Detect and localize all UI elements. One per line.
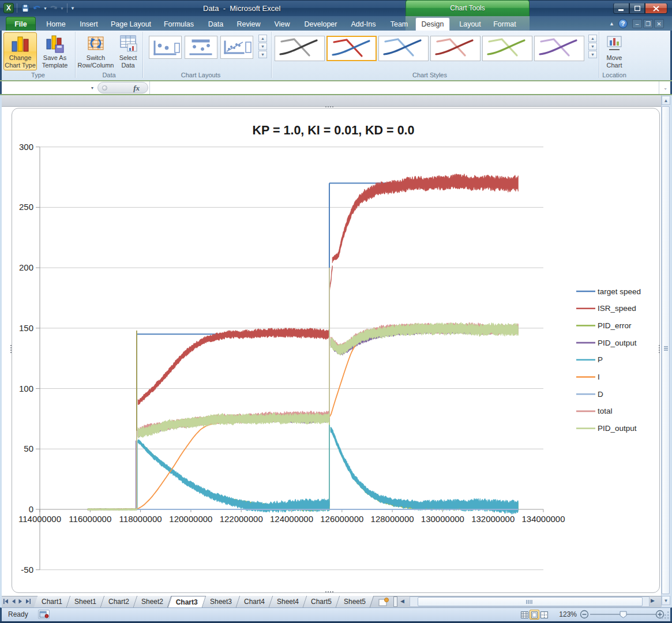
sheet-tab-sheet3[interactable]: Sheet3 <box>202 596 241 607</box>
chart-handle-bottom[interactable] <box>325 591 333 592</box>
chart-style-thumb-1[interactable] <box>275 36 325 61</box>
tab-view[interactable]: View <box>270 17 294 31</box>
tab-developer[interactable]: Developer <box>301 17 340 31</box>
sheet-tab-chart3[interactable]: Chart3 <box>168 596 207 607</box>
chart-object[interactable]: -500501001502002503001140000001160000001… <box>12 108 660 593</box>
sheet-tab-chart4[interactable]: Chart4 <box>236 596 273 607</box>
scroll-down-icon[interactable]: ▼ <box>662 596 670 605</box>
tab-design[interactable]: Design <box>415 17 450 31</box>
first-sheet-icon[interactable] <box>3 598 9 605</box>
chart-style-thumb-3[interactable] <box>378 36 429 61</box>
page-layout-view-icon[interactable] <box>530 610 539 620</box>
minimize-button[interactable] <box>613 3 629 14</box>
sheet-tab-chart2[interactable]: Chart2 <box>101 596 138 607</box>
chart-layout-thumb-3[interactable] <box>220 36 253 59</box>
tab-format[interactable]: Format <box>489 17 520 31</box>
move-chart-button[interactable]: MoveChart <box>601 33 628 69</box>
save-icon[interactable] <box>20 3 31 13</box>
select-data-button[interactable]: SelectData <box>114 33 142 69</box>
expand-formula-bar-icon[interactable]: ⌄ <box>659 81 671 94</box>
switch-row-column-button-icon <box>86 33 106 53</box>
chart-styles-scroll[interactable]: ▲▼▼ <box>588 35 597 58</box>
close-button[interactable] <box>645 3 667 14</box>
styles-down-icon[interactable]: ▼ <box>588 43 597 50</box>
next-sheet-icon[interactable] <box>18 598 23 605</box>
minimize-ribbon-icon[interactable]: ▲ <box>607 19 616 28</box>
legend-label[interactable]: ISR_speed <box>598 304 636 313</box>
legend-label[interactable]: PID_output <box>598 424 637 433</box>
chart-layout-thumb-2[interactable] <box>185 36 217 59</box>
layouts-up-icon[interactable]: ▲ <box>258 35 267 42</box>
sheet-tab-sheet5[interactable]: Sheet5 <box>336 596 374 607</box>
chart-style-thumb-6[interactable] <box>534 36 584 61</box>
styles-up-icon[interactable]: ▲ <box>588 35 597 42</box>
zoom-slider[interactable] <box>580 610 666 620</box>
tab-review[interactable]: Review <box>234 17 263 31</box>
scroll-up-icon[interactable]: ▲ <box>662 96 670 105</box>
sheet-tab-sheet1[interactable]: Sheet1 <box>67 596 105 607</box>
chart-handle-top[interactable] <box>325 106 333 107</box>
layouts-down-icon[interactable]: ▼ <box>258 43 267 50</box>
maximize-button[interactable] <box>629 3 645 14</box>
zoom-level-label[interactable]: 123% <box>554 610 577 618</box>
legend-label[interactable]: PID_error <box>598 321 632 330</box>
tab-formulas[interactable]: Formulas <box>161 17 197 31</box>
tab-layout[interactable]: Layout <box>456 17 485 31</box>
tab-team[interactable]: Team <box>386 17 412 31</box>
chart-style-thumb-5[interactable] <box>482 36 532 61</box>
name-box[interactable] <box>2 81 87 94</box>
legend-label[interactable]: target speed <box>598 287 641 296</box>
tab-add-ins[interactable]: Add-Ins <box>347 17 380 31</box>
sheet-tab-sheet4[interactable]: Sheet4 <box>269 596 307 607</box>
undo-icon[interactable] <box>32 3 42 13</box>
hscroll-right-icon[interactable]: ▶ <box>651 598 655 603</box>
workbook-restore-button[interactable]: ❐ <box>643 19 653 28</box>
legend-label[interactable]: I <box>598 373 600 381</box>
sheet-tab-chart5[interactable]: Chart5 <box>303 596 340 607</box>
legend-label[interactable]: P <box>598 355 603 364</box>
normal-view-icon[interactable] <box>520 610 530 620</box>
chart-style-thumb-2[interactable] <box>326 36 377 61</box>
tab-split-handle[interactable] <box>393 596 397 607</box>
excel-app-icon[interactable]: X <box>3 3 14 13</box>
hscroll-left-icon[interactable]: ◀ <box>400 598 404 604</box>
help-icon[interactable]: ? <box>618 19 628 28</box>
workbook-close-button[interactable]: ✕ <box>654 19 664 28</box>
layouts-more-icon[interactable]: ▼ <box>258 51 267 58</box>
tab-data[interactable]: Data <box>204 17 227 31</box>
sheet-tab-chart1[interactable]: Chart1 <box>34 596 71 607</box>
formula-input[interactable] <box>149 81 658 94</box>
undo-dropdown-icon[interactable]: ▼ <box>43 6 47 10</box>
last-sheet-icon[interactable] <box>25 598 31 605</box>
tab-page-layout[interactable]: Page Layout <box>108 17 153 31</box>
switch-row-column-button[interactable]: SwitchRow/Column <box>78 33 113 69</box>
tab-home[interactable]: Home <box>43 17 69 31</box>
name-box-dropdown-icon[interactable]: ▼ <box>87 81 97 94</box>
chart-style-thumb-4[interactable] <box>430 36 480 61</box>
legend-label[interactable]: D <box>598 390 603 399</box>
tab-insert[interactable]: Insert <box>76 17 102 31</box>
chart-layout-thumb-1[interactable] <box>149 36 182 59</box>
change-chart-type-button[interactable]: ChangeChart Type <box>3 33 37 69</box>
tab-file[interactable]: File <box>6 17 36 31</box>
insert-function-icon[interactable]: fx <box>133 84 140 93</box>
chart-layouts-scroll[interactable]: ▲▼▼ <box>258 35 267 58</box>
page-break-view-icon[interactable] <box>539 610 549 620</box>
chart-handle-right[interactable] <box>659 345 660 353</box>
macro-record-icon[interactable] <box>38 610 50 619</box>
prev-sheet-icon[interactable] <box>11 598 16 605</box>
workbook-minimize-button[interactable]: – <box>632 19 642 28</box>
y-tick-label: 200 <box>19 262 33 272</box>
resize-grip[interactable] <box>662 611 670 620</box>
sheet-tab-sheet2[interactable]: Sheet2 <box>134 596 172 607</box>
customize-qat-icon[interactable]: ▼ <box>70 6 75 11</box>
chart-title[interactable]: KP = 1.0, KI = 0.01, KD = 0.0 <box>252 123 414 137</box>
chart-handle-left[interactable] <box>10 345 12 353</box>
styles-more-icon[interactable]: ▼ <box>588 51 597 58</box>
legend-label[interactable]: total <box>598 407 613 415</box>
redo-dropdown-icon[interactable]: ▼ <box>60 6 64 10</box>
save-as-template-button[interactable]: Save AsTemplate <box>38 33 72 69</box>
redo-icon[interactable] <box>48 3 59 13</box>
legend-label[interactable]: PID_output <box>598 339 637 347</box>
insert-worksheet-icon[interactable] <box>378 598 389 606</box>
